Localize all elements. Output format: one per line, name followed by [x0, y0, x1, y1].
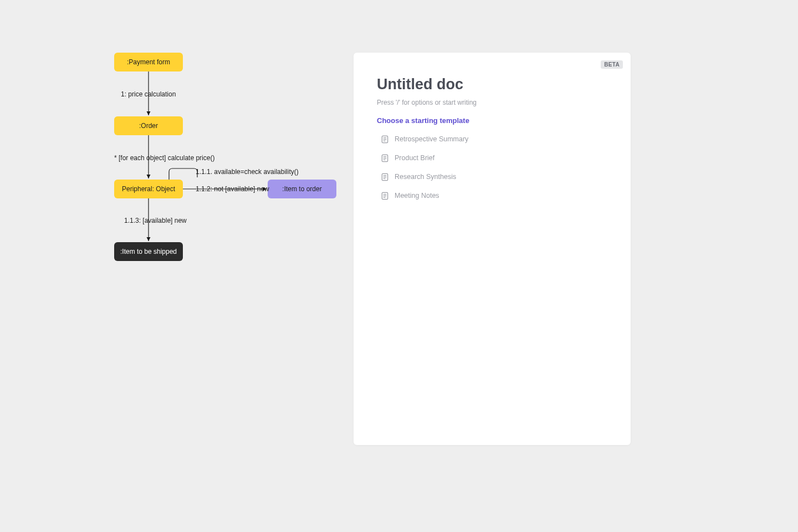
template-item-product-brief[interactable]: Product Brief: [377, 151, 607, 165]
edge-label-not-available-new: 1.1.2: not [available] new: [196, 185, 269, 193]
edge-label-available-new: 1.1.3: [available] new: [124, 217, 187, 224]
node-label: :Item to order: [282, 185, 321, 193]
template-label: Retrospective Summary: [395, 135, 468, 143]
doc-title[interactable]: Untitled doc: [377, 76, 607, 93]
template-item-meeting-notes[interactable]: Meeting Notes: [377, 189, 607, 202]
node-label: :Payment form: [127, 58, 170, 66]
node-label: Peripheral: Object: [122, 185, 175, 193]
edge-label-foreach-calculate-price: * [for each object] calculate price(): [114, 154, 214, 162]
edge-label-price-calculation: 1: price calculation: [121, 90, 176, 98]
node-payment-form[interactable]: :Payment form: [114, 53, 183, 71]
document-icon: [380, 191, 389, 200]
node-item-to-order[interactable]: :Item to order: [268, 180, 336, 198]
document-icon: [380, 172, 389, 181]
doc-hint: Press '/' for options or start writing: [377, 99, 607, 106]
edge-label-check-availability: 1.1.1. available=check availability(): [196, 168, 299, 176]
template-list: Retrospective Summary Product Brief: [377, 132, 607, 202]
document-icon: [380, 154, 389, 162]
template-label: Meeting Notes: [395, 192, 439, 200]
node-order[interactable]: :Order: [114, 116, 183, 135]
document-icon: [380, 135, 389, 144]
diagram-arrows: [0, 0, 399, 532]
template-item-research-synthesis[interactable]: Research Synthesis: [377, 170, 607, 183]
node-peripheral-object[interactable]: Peripheral: Object: [114, 180, 183, 198]
template-label: Product Brief: [395, 154, 434, 162]
beta-badge: BETA: [601, 60, 623, 69]
diagram-canvas[interactable]: :Payment form :Order Peripheral: Object …: [0, 0, 399, 532]
doc-template-section-heading: Choose a starting template: [377, 116, 607, 125]
node-label: :Item to be shipped: [120, 248, 177, 255]
doc-card: BETA Untitled doc Press '/' for options …: [354, 53, 631, 445]
node-label: :Order: [139, 122, 158, 130]
template-label: Research Synthesis: [395, 173, 456, 181]
node-item-to-be-shipped[interactable]: :Item to be shipped: [114, 242, 183, 261]
template-item-retrospective-summary[interactable]: Retrospective Summary: [377, 132, 607, 146]
